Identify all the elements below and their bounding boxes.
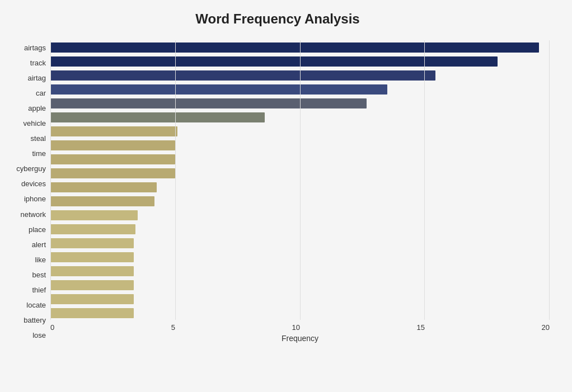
grid-line bbox=[424, 40, 425, 320]
grid-lines bbox=[50, 40, 550, 320]
chart-area: airtagstrackairtagcarapplevehiclestealti… bbox=[6, 40, 550, 343]
y-label: locate bbox=[26, 301, 46, 309]
bar bbox=[50, 266, 134, 276]
y-label: best bbox=[32, 271, 46, 278]
bar-row bbox=[50, 237, 550, 249]
y-labels: airtagstrackairtagcarapplevehiclestealti… bbox=[6, 40, 50, 343]
bar-row bbox=[50, 181, 550, 193]
y-label: devices bbox=[21, 180, 46, 187]
bar-row bbox=[50, 279, 550, 291]
y-label: airtag bbox=[27, 74, 46, 82]
bar bbox=[50, 238, 134, 248]
y-label: like bbox=[35, 256, 46, 263]
bar bbox=[50, 294, 134, 304]
grid-line bbox=[549, 40, 550, 320]
y-label: airtags bbox=[24, 44, 46, 51]
bar bbox=[50, 252, 134, 262]
bar-row bbox=[50, 69, 550, 82]
y-label: steal bbox=[31, 135, 46, 142]
bar-row bbox=[50, 97, 550, 110]
bar bbox=[50, 168, 175, 178]
bar bbox=[50, 112, 265, 122]
y-label: lose bbox=[32, 332, 46, 339]
y-label: time bbox=[32, 150, 46, 157]
bar bbox=[50, 84, 387, 95]
bars-and-x: 05101520 Frequency bbox=[50, 40, 550, 343]
bar bbox=[50, 182, 157, 192]
y-label: track bbox=[30, 59, 46, 67]
y-label: vehicle bbox=[24, 120, 46, 127]
bar-row bbox=[50, 167, 550, 180]
bars-wrapper bbox=[50, 40, 550, 320]
bar-row bbox=[50, 251, 550, 263]
bar bbox=[50, 140, 175, 150]
bar bbox=[50, 126, 177, 136]
y-label: thief bbox=[32, 286, 46, 294]
bar bbox=[50, 56, 498, 67]
bar bbox=[50, 70, 435, 81]
chart-container: Word Frequency Analysis airtagstrackairt… bbox=[0, 0, 572, 392]
bar-row bbox=[50, 83, 550, 96]
y-label: alert bbox=[32, 241, 46, 248]
bar-row bbox=[50, 209, 550, 221]
bar bbox=[50, 224, 135, 234]
y-label: iphone bbox=[24, 195, 46, 202]
bar bbox=[50, 210, 138, 220]
bar bbox=[50, 280, 134, 290]
bar-row bbox=[50, 125, 550, 138]
bar-row bbox=[50, 139, 550, 152]
x-tick: 5 bbox=[171, 323, 175, 332]
y-label: place bbox=[29, 226, 46, 233]
y-label: network bbox=[20, 211, 46, 218]
bar bbox=[50, 196, 154, 206]
bar-row bbox=[50, 153, 550, 166]
bar-row bbox=[50, 111, 550, 124]
bar-row bbox=[50, 307, 550, 319]
x-axis: 05101520 bbox=[50, 320, 550, 332]
bar-row bbox=[50, 265, 550, 277]
grid-line bbox=[300, 40, 301, 320]
y-label: car bbox=[36, 89, 46, 97]
bar bbox=[50, 98, 367, 108]
bar-row bbox=[50, 293, 550, 305]
grid-line bbox=[50, 40, 51, 320]
bar bbox=[50, 154, 175, 164]
x-tick: 20 bbox=[542, 323, 550, 332]
bar-row bbox=[50, 195, 550, 207]
x-tick: 0 bbox=[50, 323, 54, 332]
y-label: cyberguy bbox=[16, 165, 46, 172]
x-tick: 15 bbox=[417, 323, 425, 332]
grid-line bbox=[175, 40, 176, 320]
chart-title: Word Frequency Analysis bbox=[6, 11, 550, 27]
x-axis-label: Frequency bbox=[50, 334, 550, 343]
bar bbox=[50, 42, 539, 53]
y-label: apple bbox=[28, 105, 46, 112]
x-tick: 10 bbox=[292, 323, 300, 332]
bar-row bbox=[50, 55, 550, 68]
bar-row bbox=[50, 41, 550, 54]
bar bbox=[50, 308, 134, 318]
bar-row bbox=[50, 223, 550, 235]
y-label: battery bbox=[24, 317, 46, 324]
